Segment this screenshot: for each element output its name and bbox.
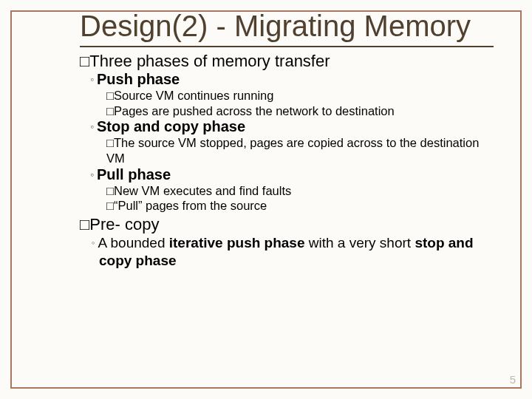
phase-push: ◦Push phase (90, 71, 494, 88)
detail-line: □Source VM continues running (106, 88, 494, 103)
text-fragment: with a very short (305, 235, 415, 250)
square-bullet-icon: □ (106, 103, 114, 119)
detail-line: □Pages are pushed across the network to … (106, 103, 494, 119)
square-bullet-icon: □ (106, 183, 114, 199)
phase-label: Pull phase (97, 166, 171, 183)
bullet-text: Pre- copy (89, 215, 159, 233)
diamond-icon: ◦ (92, 237, 95, 248)
slide-title: Design(2) - Migrating Memory (80, 9, 494, 47)
phase-push-details: □Source VM continues running □Pages are … (106, 88, 494, 118)
detail-line: □The source VM stopped, pages are copied… (106, 135, 494, 166)
detail-text: Pages are pushed across the network to d… (114, 104, 395, 117)
phase-label: Push phase (97, 71, 180, 87)
phase-pull-details: □New VM executes and find faults □“Pull”… (106, 183, 494, 214)
phase-pull: ◦Pull phase (90, 166, 494, 183)
diamond-icon: ◦ (90, 120, 94, 132)
slide-content: Design(2) - Migrating Memory □Three phas… (80, 9, 494, 269)
phase-label: Stop and copy phase (97, 118, 245, 134)
phase-stop-copy-details: □The source VM stopped, pages are copied… (106, 135, 494, 166)
phase-list: ◦Push phase □Source VM continues running… (90, 71, 494, 214)
bullet-text: Three phases of memory transfer (89, 52, 330, 70)
square-bullet-icon: □ (106, 198, 114, 214)
detail-text: New VM executes and find faults (114, 184, 291, 197)
diamond-icon: ◦ (90, 73, 94, 85)
square-bullet-icon: □ (80, 52, 89, 71)
square-bullet-icon: □ (106, 88, 114, 103)
detail-line: □New VM executes and find faults (106, 183, 494, 199)
diamond-icon: ◦ (90, 168, 94, 180)
detail-text: The source VM stopped, pages are copied … (106, 136, 479, 165)
square-bullet-icon: □ (80, 215, 89, 234)
detail-text: “Pull” pages from the source (114, 199, 267, 212)
square-bullet-icon: □ (106, 135, 114, 151)
phase-stop-copy: ◦Stop and copy phase (90, 118, 494, 135)
page-number: 5 (510, 373, 516, 386)
bullet-three-phases: □Three phases of memory transfer (80, 52, 494, 71)
detail-line: □“Pull” pages from the source (106, 198, 494, 214)
text-fragment: A bounded (98, 235, 169, 250)
bullet-pre-copy: □Pre- copy (80, 215, 494, 234)
text-bold: iterative push phase (169, 235, 305, 250)
pre-copy-description: ◦A bounded iterative push phase with a v… (92, 234, 494, 270)
detail-text: Source VM continues running (114, 89, 273, 102)
